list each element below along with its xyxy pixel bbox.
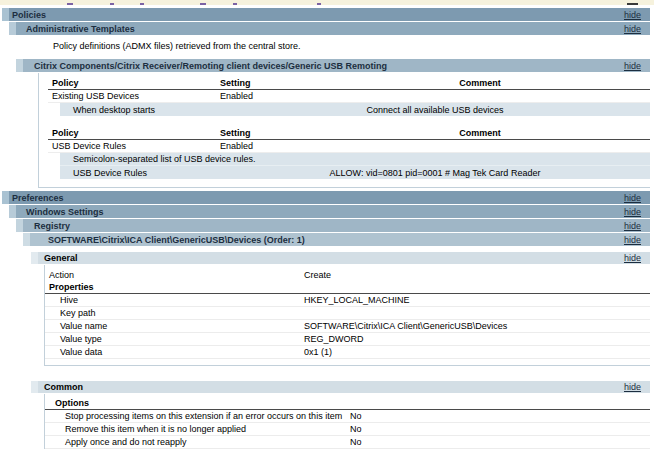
property-row: Value type REG_DWORD — [45, 333, 650, 346]
option-label: Apply once and do not reapply — [45, 437, 350, 447]
corner-tab — [23, 233, 30, 246]
policy-option-description: Semicolon-separated list of USB device r… — [60, 153, 650, 166]
subsection-common-title: Common — [38, 382, 624, 392]
section-generic-usb-remoting-title: Citrix Components/Citrix Receiver/Remoti… — [23, 61, 624, 71]
policy-name: Existing USB Devices — [48, 91, 220, 101]
section-registry-item-header: SOFTWARE\Citrix\ICA Client\GenericUSB\De… — [23, 233, 650, 246]
column-policy: Policy — [48, 78, 220, 88]
policy-option-row: USB Device Rules ALLOW: vid=0801 pid=000… — [60, 166, 650, 179]
option-label: Stop processing items on this extension … — [45, 411, 350, 421]
subsection-general-title: General — [38, 253, 624, 263]
policy-name: USB Device Rules — [48, 141, 220, 151]
table-gap — [48, 116, 650, 126]
policy-setting: Enabled — [220, 91, 310, 101]
property-value: REG_DWORD — [304, 334, 650, 344]
hide-link-general[interactable]: hide — [624, 253, 641, 263]
property-label: Value type — [45, 334, 304, 344]
section-registry-header: Registry hide — [16, 219, 650, 232]
section-preferences-header: Preferences hide — [2, 191, 650, 204]
section-windows-settings-header: Windows Settings hide — [9, 205, 650, 218]
truncated-hide-link[interactable] — [627, 3, 638, 5]
section-registry-title: Registry — [23, 221, 624, 231]
section-generic-usb-remoting-header: Citrix Components/Citrix Receiver/Remoti… — [16, 59, 650, 72]
option-value: No — [350, 437, 650, 447]
corner-tab — [31, 381, 38, 393]
policy-setting: Enabled — [220, 141, 310, 151]
section-preferences-title: Preferences — [9, 193, 624, 203]
general-panel: Action Create Properties Hive HKEY_LOCAL… — [44, 265, 650, 366]
hide-link-preferences[interactable]: hide — [624, 193, 641, 203]
option-row: Remove this item when it is no longer ap… — [45, 423, 650, 436]
policy-table-header: Policy Setting Comment — [48, 126, 650, 140]
section-policies-header: Policies hide — [2, 8, 650, 21]
registry-item-title: SOFTWARE\Citrix\ICA Client\GenericUSB\De… — [30, 235, 624, 245]
hide-link-generic-usb-remoting[interactable]: hide — [624, 61, 641, 71]
property-value: HKEY_LOCAL_MACHINE — [304, 295, 650, 305]
corner-tab — [2, 8, 9, 21]
property-row: Value name SOFTWARE\Citrix\ICA Client\Ge… — [45, 320, 650, 333]
corner-tab — [16, 59, 23, 72]
hide-link-policies[interactable]: hide — [624, 10, 641, 20]
property-value: SOFTWARE\Citrix\ICA Client\GenericUSB\De… — [304, 321, 650, 331]
action-value: Create — [304, 270, 650, 280]
column-comment: Comment — [310, 78, 650, 88]
property-row: Hive HKEY_LOCAL_MACHINE — [45, 294, 650, 307]
truncated-link-fragment — [67, 3, 73, 5]
property-row: Key path — [45, 307, 650, 320]
column-setting: Setting — [220, 128, 310, 138]
option-row: Stop processing items on this extension … — [45, 410, 650, 423]
truncated-link-fragment — [200, 3, 206, 5]
policy-table-header: Policy Setting Comment — [48, 76, 650, 90]
corner-tab — [31, 252, 38, 264]
section-windows-settings-title: Windows Settings — [16, 207, 624, 217]
property-label: Key path — [45, 308, 304, 318]
policy-option-row: When desktop starts Connect all availabl… — [60, 103, 650, 116]
property-label: Hive — [45, 295, 304, 305]
table-row: Existing USB Devices Enabled — [48, 90, 650, 103]
option-label: When desktop starts — [60, 105, 220, 115]
column-setting: Setting — [220, 78, 310, 88]
corner-tab — [16, 219, 23, 232]
column-policy: Policy — [48, 128, 220, 138]
option-label: USB Device Rules — [60, 168, 220, 178]
policy-tables-panel: Policy Setting Comment Existing USB Devi… — [38, 73, 650, 188]
subsection-common-header: Common hide — [31, 381, 650, 393]
option-value: ALLOW: vid=0801 pid=0001 # Mag Tek Card … — [220, 168, 650, 178]
option-value: No — [350, 424, 650, 434]
options-heading: Options — [45, 397, 650, 410]
corner-tab — [2, 191, 9, 204]
section-admin-templates-header: Administrative Templates hide — [9, 22, 650, 35]
truncated-link-fragment — [317, 3, 321, 5]
properties-heading: Properties — [45, 281, 650, 294]
column-comment: Comment — [310, 128, 650, 138]
options-label: Options — [45, 398, 304, 408]
truncated-link-fragment — [140, 3, 144, 5]
property-value: 0x1 (1) — [304, 347, 650, 357]
truncated-header-strip — [0, 0, 654, 5]
subsection-general-header: General hide — [31, 252, 650, 264]
hide-link-common[interactable]: hide — [624, 382, 641, 392]
option-value: No — [350, 411, 650, 421]
option-row: Apply once and do not reapply No — [45, 436, 650, 449]
section-policies-title: Policies — [9, 10, 624, 20]
hide-link-registry[interactable]: hide — [624, 221, 641, 231]
action-row: Action Create — [45, 268, 650, 281]
hide-link-admin-templates[interactable]: hide — [624, 24, 641, 34]
property-row: Value data 0x1 (1) — [45, 346, 650, 359]
properties-label: Properties — [45, 282, 304, 292]
section-admin-templates-title: Administrative Templates — [16, 24, 624, 34]
property-label: Value data — [45, 347, 304, 357]
corner-tab — [9, 22, 16, 35]
common-panel: Options Stop processing items on this ex… — [44, 394, 650, 449]
action-label: Action — [45, 270, 304, 280]
option-value: Connect all available USB devices — [220, 105, 650, 115]
option-label: Remove this item when it is no longer ap… — [45, 424, 350, 434]
truncated-link-fragment — [110, 3, 114, 5]
property-label: Value name — [45, 321, 304, 331]
hide-link-registry-item[interactable]: hide — [624, 235, 641, 245]
table-row: USB Device Rules Enabled — [48, 140, 650, 153]
truncated-link-fragment — [233, 3, 237, 5]
admx-central-store-note: Policy definitions (ADMX files) retrieve… — [0, 36, 654, 59]
corner-tab — [9, 205, 16, 218]
hide-link-windows-settings[interactable]: hide — [624, 207, 641, 217]
